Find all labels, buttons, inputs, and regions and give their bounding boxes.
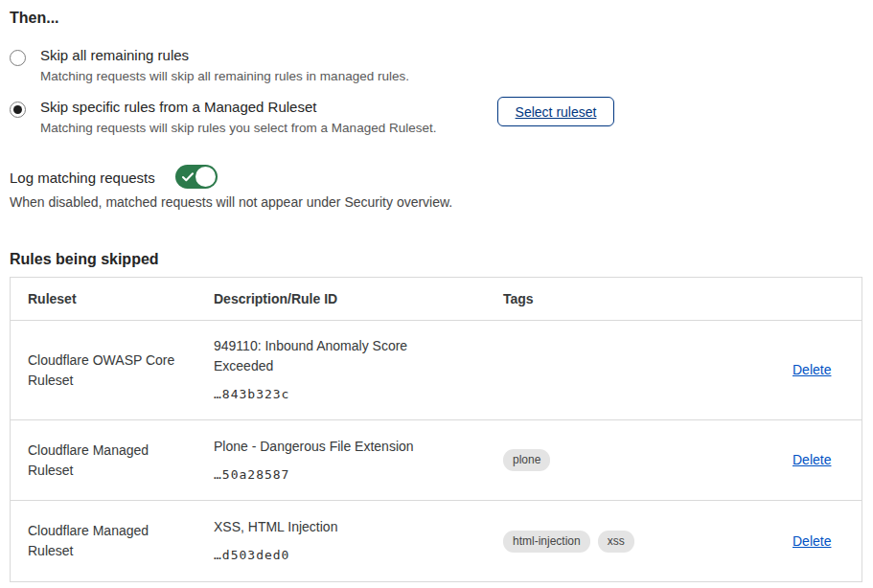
- description-cell: XSS, HTML Injection…d503ded0: [196, 502, 486, 580]
- option-skip-all-description: Matching requests will skip all remainin…: [40, 69, 409, 83]
- ruleset-cell: Cloudflare Managed Ruleset: [11, 425, 196, 496]
- option-skip-all-label[interactable]: Skip all remaining rules: [40, 47, 409, 63]
- rule-description: 949110: Inbound Anomaly Score Exceeded: [214, 336, 469, 376]
- check-icon: [182, 172, 194, 182]
- rule-description: XSS, HTML Injection: [214, 517, 469, 537]
- delete-link[interactable]: Delete: [793, 533, 831, 549]
- radio-skip-specific-rules[interactable]: [10, 102, 26, 118]
- table-row: Cloudflare Managed RulesetXSS, HTML Inje…: [11, 501, 862, 581]
- toggle-knob: [195, 167, 216, 187]
- rules-table: Ruleset Description/Rule ID Tags Cloudfl…: [10, 277, 862, 582]
- then-heading: Then...: [10, 10, 59, 27]
- column-header-description: Description/Rule ID: [196, 291, 486, 306]
- radio-skip-all-remaining-rules[interactable]: [10, 50, 26, 66]
- table-row: Cloudflare OWASP Core Ruleset949110: Inb…: [11, 321, 862, 420]
- log-requests-toggle[interactable]: [175, 165, 218, 189]
- description-cell: Plone - Dangerous File Extension…50a2858…: [196, 421, 486, 500]
- actions-cell: Delete: [775, 435, 862, 486]
- tag-pill: plone: [503, 449, 550, 471]
- delete-link[interactable]: Delete: [793, 452, 831, 467]
- option-skip-specific-description: Matching requests will skip rules you se…: [40, 121, 436, 135]
- select-ruleset-button[interactable]: Select ruleset: [497, 97, 614, 126]
- tag-pill: xss: [598, 531, 634, 553]
- ruleset-cell: Cloudflare OWASP Core Ruleset: [11, 335, 196, 406]
- log-matching-requests-label: Log matching requests: [10, 170, 155, 186]
- tags-cell: plone: [486, 434, 775, 486]
- log-help-text: When disabled, matched requests will not…: [10, 194, 452, 210]
- waf-exception-config-page: Then... Skip all remaining rules Matchin…: [0, 0, 873, 588]
- option-skip-specific-rules: Skip specific rules from a Managed Rules…: [10, 99, 436, 135]
- delete-link[interactable]: Delete: [793, 362, 831, 377]
- column-header-tags: Tags: [486, 291, 775, 306]
- option-skip-all-remaining-rules: Skip all remaining rules Matching reques…: [10, 47, 409, 83]
- tags-cell: [486, 355, 775, 386]
- rules-table-body: Cloudflare OWASP Core Ruleset949110: Inb…: [11, 321, 862, 581]
- rules-table-heading: Rules being skipped: [10, 251, 159, 268]
- option-skip-specific-label[interactable]: Skip specific rules from a Managed Rules…: [40, 99, 436, 115]
- rule-id: …50a28587: [214, 464, 469, 485]
- rule-id: …d503ded0: [214, 545, 469, 565]
- ruleset-cell: Cloudflare Managed Ruleset: [11, 506, 196, 577]
- tags-cell: html-injectionxss: [486, 515, 775, 568]
- rule-description: Plone - Dangerous File Extension: [214, 437, 469, 457]
- tag-pill: html-injection: [503, 531, 590, 553]
- radio-dot: [13, 105, 22, 114]
- actions-cell: Delete: [775, 516, 862, 567]
- table-row: Cloudflare Managed RulesetPlone - Danger…: [11, 420, 862, 501]
- rule-id: …843b323c: [214, 384, 469, 404]
- table-header-row: Ruleset Description/Rule ID Tags: [11, 278, 862, 321]
- actions-cell: Delete: [775, 345, 862, 396]
- description-cell: 949110: Inbound Anomaly Score Exceeded…8…: [196, 321, 486, 419]
- column-header-ruleset: Ruleset: [11, 291, 196, 306]
